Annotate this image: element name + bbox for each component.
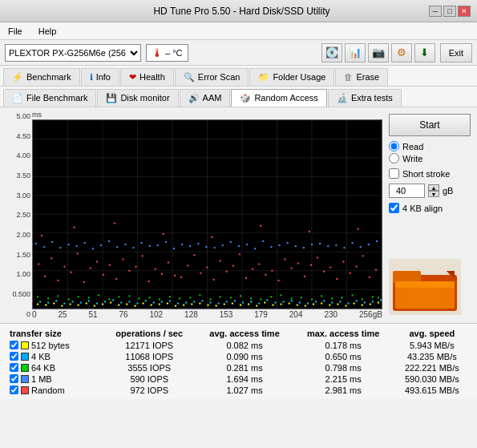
svg-rect-180	[343, 247, 345, 248]
svg-rect-222	[278, 280, 280, 281]
write-radio[interactable]	[389, 153, 399, 163]
row-checkbox-0[interactable]	[10, 341, 18, 349]
data-512bytes	[37, 302, 379, 307]
svg-rect-82	[185, 302, 187, 304]
cell-avg-4: 1.027 ms	[196, 385, 293, 396]
svg-rect-49	[264, 302, 265, 304]
svg-rect-189	[63, 266, 65, 268]
menu-file[interactable]: File	[3, 25, 27, 38]
svg-rect-123	[199, 294, 200, 296]
svg-rect-204	[161, 273, 163, 275]
svg-rect-153	[124, 244, 126, 245]
tab-erase[interactable]: 🗑 Erase	[335, 68, 388, 86]
temp-value: – °C	[165, 48, 183, 58]
svg-rect-100	[331, 302, 333, 304]
tab-folder-usage[interactable]: 📁 Folder Usage	[249, 68, 334, 86]
svg-rect-53	[297, 305, 298, 306]
svg-rect-183	[368, 244, 370, 245]
cell-label: 1 MB	[6, 373, 103, 385]
svg-rect-134	[311, 298, 313, 300]
svg-rect-162	[197, 243, 199, 244]
y-axis-label: ms	[32, 111, 382, 119]
svg-rect-208	[187, 265, 188, 267]
cell-speed-2: 222.221 MB/s	[394, 362, 471, 373]
tabs-row-2: 📄 File Benchmark 💾 Disk monitor 🔊 AAM 🎲 …	[0, 87, 477, 107]
svg-rect-128	[250, 297, 252, 299]
tab-random-access[interactable]: 🎲 Random Access	[231, 89, 326, 107]
write-radio-label[interactable]: Write	[389, 153, 471, 163]
svg-rect-161	[189, 245, 191, 247]
svg-rect-216	[239, 253, 241, 255]
data-64kb	[37, 294, 379, 300]
tab-error-scan[interactable]: 🔍 Error Scan	[175, 68, 249, 86]
short-stroke-label[interactable]: Short stroke	[389, 168, 471, 179]
svg-rect-130	[270, 296, 272, 297]
read-radio[interactable]	[389, 141, 399, 151]
svg-rect-131	[281, 294, 282, 296]
svg-rect-46	[240, 305, 241, 306]
svg-rect-172	[279, 244, 281, 246]
chart-container: // Generate random dots for 512 bytes (v…	[32, 119, 382, 309]
spin-down[interactable]: ▼	[428, 191, 439, 197]
tab-info[interactable]: ℹ Info	[81, 68, 119, 86]
svg-rect-178	[327, 245, 329, 247]
svg-rect-51	[281, 304, 282, 305]
svg-rect-113	[98, 294, 99, 296]
svg-rect-188	[57, 280, 59, 281]
svg-rect-214	[226, 271, 228, 272]
icon-btn-3[interactable]: 📷	[368, 43, 389, 63]
start-button[interactable]: Start	[389, 114, 471, 136]
svg-rect-195	[103, 274, 104, 276]
short-stroke-checkbox[interactable]	[389, 168, 399, 179]
menu-bar: File Help	[0, 22, 477, 40]
svg-rect-200	[135, 266, 136, 268]
svg-rect-223	[285, 258, 286, 260]
svg-rect-66	[55, 300, 57, 301]
drive-select[interactable]: PLEXTOR PX-G256M6e (256 gB)	[5, 44, 141, 62]
row-checkbox-1[interactable]	[10, 352, 18, 361]
align-checkbox[interactable]	[389, 203, 399, 213]
short-stroke-input[interactable]	[389, 184, 425, 198]
svg-rect-159	[173, 248, 175, 249]
menu-help[interactable]: Help	[34, 25, 62, 38]
svg-rect-30	[110, 302, 111, 304]
svg-rect-239	[74, 227, 75, 228]
title-bar: HD Tune Pro 5.50 - Hard Disk/SSD Utility…	[0, 0, 477, 22]
svg-rect-80	[169, 300, 171, 301]
svg-rect-74	[120, 302, 122, 304]
tab-disk-monitor[interactable]: 💾 Disk monitor	[97, 89, 178, 107]
cell-label: 64 KB	[6, 362, 103, 373]
svg-rect-238	[41, 235, 42, 236]
svg-rect-34	[143, 303, 144, 305]
tab-file-benchmark[interactable]: 📄 File Benchmark	[3, 89, 96, 107]
svg-rect-170	[262, 240, 264, 242]
svg-rect-248	[393, 271, 421, 283]
read-radio-label[interactable]: Read	[389, 141, 471, 151]
maximize-button[interactable]: □	[443, 6, 456, 17]
row-checkbox-3[interactable]	[10, 374, 18, 383]
tab-aam[interactable]: 🔊 AAM	[180, 89, 231, 107]
tab-benchmark[interactable]: ⚡ Benchmark	[3, 68, 80, 86]
row-checkbox-4[interactable]	[10, 385, 18, 394]
close-button[interactable]: ✕	[458, 6, 471, 17]
svg-rect-226	[304, 276, 305, 277]
color-swatch-3	[21, 375, 29, 383]
tab-extra-tests[interactable]: 🔬 Extra tests	[328, 89, 402, 107]
svg-rect-118	[149, 297, 151, 298]
svg-rect-23	[53, 303, 55, 305]
icon-btn-2[interactable]: 📊	[345, 43, 366, 63]
icon-btn-4[interactable]: ⚙	[391, 43, 412, 63]
row-checkbox-2[interactable]	[10, 363, 18, 372]
svg-rect-227	[310, 264, 312, 266]
icon-btn-5[interactable]: ⬇	[414, 43, 435, 63]
exit-button[interactable]: Exit	[440, 43, 472, 63]
icon-btn-1[interactable]: 💽	[321, 43, 342, 63]
disk-monitor-icon: 💾	[106, 93, 117, 103]
spin-up[interactable]: ▲	[428, 184, 439, 191]
align-label[interactable]: 4 KB align	[389, 203, 471, 213]
cell-ops-1: 11068 IOPS	[103, 351, 196, 362]
tab-health[interactable]: ❤ Health	[120, 68, 174, 86]
minimize-button[interactable]: ─	[429, 6, 442, 17]
svg-rect-70	[88, 300, 90, 301]
svg-rect-72	[104, 301, 106, 302]
